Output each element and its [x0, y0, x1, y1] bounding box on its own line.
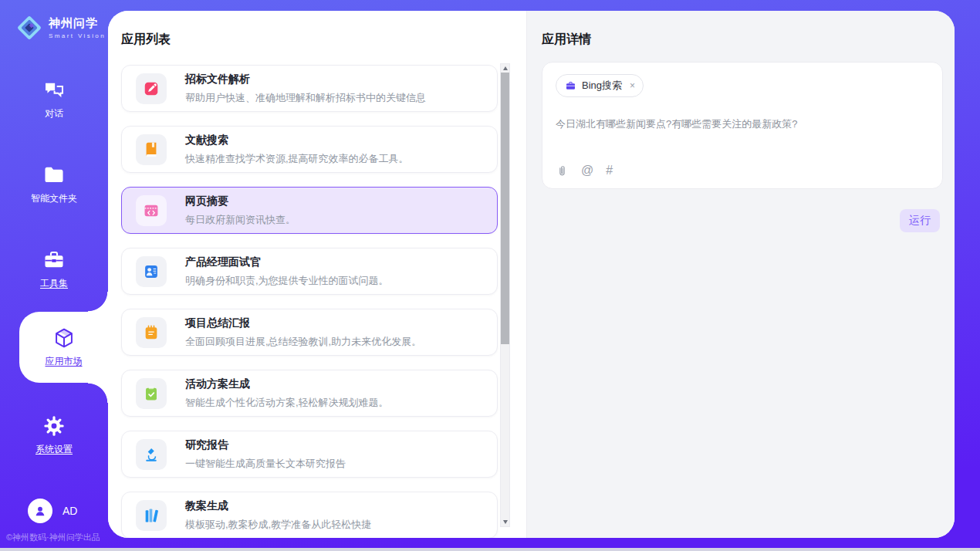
app-list-pane: 应用列表 招标文件解析帮助用户快速、准确地理解和解析招标书中的关键信息文献搜索快…: [108, 11, 527, 538]
app-card[interactable]: 项目总结汇报全面回顾项目进展,总结经验教训,助力未来优化发展。: [121, 309, 498, 356]
interviewer-icon: [136, 256, 167, 287]
project-report-icon: [136, 317, 167, 348]
tool-tag-bing-search[interactable]: Bing搜索 ×: [556, 74, 644, 97]
app-description: 明确身份和职责,为您提供专业性的面试问题。: [185, 274, 389, 288]
app-name: 招标文件解析: [185, 73, 426, 86]
brand-logo: 神州问学 Smart Vision: [0, 0, 108, 42]
gear-icon: [42, 414, 66, 438]
sidebar-item-label: 对话: [45, 107, 63, 120]
run-button[interactable]: 运行: [900, 209, 940, 232]
prompt-card: Bing搜索 × 今日湖北有哪些新闻要点?有哪些需要关注的最新政策? @#: [542, 62, 943, 189]
webpage-summary-icon: [136, 195, 167, 226]
cube-icon: [52, 326, 76, 350]
tender-parse-icon: [136, 73, 167, 104]
event-plan-icon: [136, 378, 167, 409]
bottom-edge-strip: [0, 548, 980, 551]
attachment-icon[interactable]: [556, 164, 569, 177]
app-description: 帮助用户快速、准确地理解和解析招标书中的关键信息: [185, 91, 426, 105]
app-description: 模板驱动,教案秒成,教学准备从此轻松快捷: [185, 518, 371, 532]
app-card[interactable]: 研究报告一键智能生成高质量长文本研究报告: [121, 431, 498, 478]
research-report-icon: [136, 439, 167, 470]
folder-icon: [42, 164, 66, 187]
content-panel: 应用列表 招标文件解析帮助用户快速、准确地理解和解析招标书中的关键信息文献搜索快…: [108, 11, 955, 538]
sidebar-item-label: 智能文件夹: [31, 192, 77, 205]
sidebar-item-label: 工具集: [40, 277, 68, 290]
app-card[interactable]: 招标文件解析帮助用户快速、准确地理解和解析招标书中的关键信息: [121, 65, 498, 112]
app-name: 产品经理面试官: [185, 255, 389, 269]
prompt-toolbar: @#: [556, 164, 613, 177]
sidebar-item-market[interactable]: 应用市场: [19, 312, 108, 383]
app-list: 招标文件解析帮助用户快速、准确地理解和解析招标书中的关键信息文献搜索快速精准查找…: [121, 65, 498, 538]
mention-icon[interactable]: @: [581, 164, 593, 177]
app-name: 项目总结汇报: [185, 316, 421, 330]
brand-subtitle: Smart Vision: [49, 32, 106, 39]
toolbox-icon: [42, 248, 66, 272]
app-description: 每日政府新闻资讯快查。: [185, 213, 296, 227]
user-name: AD: [63, 505, 77, 517]
prompt-input[interactable]: 今日湖北有哪些新闻要点?有哪些需要关注的最新政策?: [556, 117, 929, 131]
app-card[interactable]: 教案生成模板驱动,教案秒成,教学准备从此轻松快捷: [121, 492, 498, 538]
copyright-text: ©神州数码·神州问学出品: [6, 532, 108, 543]
brand-name: 神州问学: [49, 16, 106, 31]
diamond-logo-icon: [15, 14, 43, 42]
app-name: 研究报告: [185, 438, 346, 452]
scrollbar-down-arrow-icon[interactable]: [501, 518, 509, 526]
app-card[interactable]: 活动方案生成智能生成个性化活动方案,轻松解决规划难题。: [121, 370, 498, 417]
user-row[interactable]: AD: [28, 499, 77, 523]
app-description: 智能生成个性化活动方案,轻松解决规划难题。: [185, 396, 389, 410]
app-detail-pane: 应用详情 Bing搜索 × 今日湖北有哪些新闻要点?有哪些需要关注的最新政策? …: [527, 11, 955, 538]
app-card[interactable]: 网页摘要每日政府新闻资讯快查。: [121, 187, 498, 234]
app-description: 一键智能生成高质量长文本研究报告: [185, 457, 346, 471]
app-name: 教案生成: [185, 499, 371, 513]
app-description: 快速精准查找学术资源,提高研究效率的必备工具。: [185, 152, 409, 166]
lesson-plan-icon: [136, 500, 167, 531]
briefcase-icon: [565, 80, 576, 92]
sidebar-item-chat[interactable]: 对话: [0, 82, 108, 117]
tool-tag-label: Bing搜索: [582, 79, 622, 93]
book-search-icon: [136, 134, 167, 165]
scrollbar[interactable]: [500, 63, 510, 527]
sidebar: 神州问学 Smart Vision 对话智能文件夹工具集应用市场系统设置 AD …: [0, 0, 108, 551]
sidebar-item-label: 应用市场: [46, 355, 83, 368]
sidebar-item-tools[interactable]: 工具集: [0, 252, 108, 287]
app-card[interactable]: 文献搜索快速精准查找学术资源,提高研究效率的必备工具。: [121, 126, 498, 173]
scrollbar-up-arrow-icon[interactable]: [501, 64, 509, 73]
app-description: 全面回顾项目进展,总结经验教训,助力未来优化发展。: [185, 335, 421, 349]
sidebar-item-settings[interactable]: 系统设置: [0, 417, 108, 453]
avatar[interactable]: [28, 499, 52, 523]
app-detail-title: 应用详情: [542, 32, 591, 48]
sidebar-nav: 对话智能文件夹工具集应用市场系统设置: [0, 82, 108, 502]
sidebar-item-folders[interactable]: 智能文件夹: [0, 167, 108, 202]
app-list-title: 应用列表: [121, 32, 171, 48]
chat-icon: [42, 79, 66, 102]
app-card[interactable]: 产品经理面试官明确身份和职责,为您提供专业性的面试问题。: [121, 248, 498, 295]
scrollbar-thumb[interactable]: [501, 73, 509, 344]
sidebar-item-label: 系统设置: [35, 443, 73, 456]
app-name: 文献搜索: [185, 134, 409, 147]
app-name: 网页摘要: [185, 194, 296, 208]
close-icon[interactable]: ×: [630, 80, 635, 91]
app-name: 活动方案生成: [185, 377, 389, 391]
hash-icon[interactable]: #: [606, 164, 613, 177]
